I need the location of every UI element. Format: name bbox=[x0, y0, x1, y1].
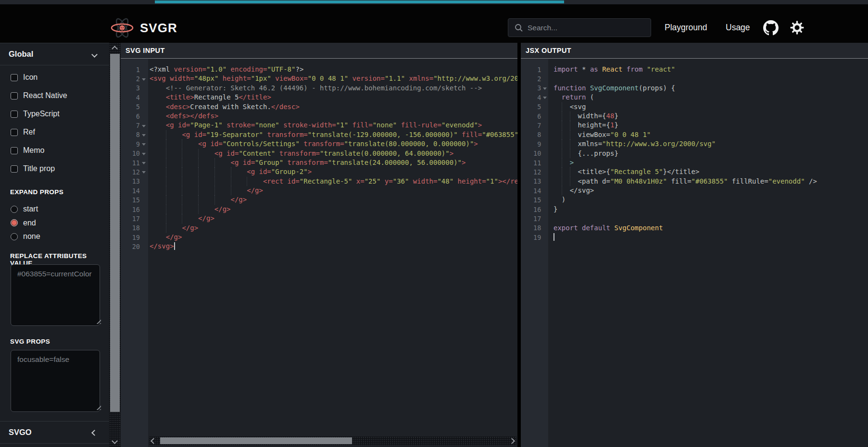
svg-input-code[interactable]: <?xml version="1.0" encoding="UTF-8"?><s… bbox=[148, 59, 517, 447]
code-line[interactable]: <rect id="Rectangle-5" x="25" y="36" wid… bbox=[150, 177, 517, 186]
scroll-down-icon[interactable] bbox=[112, 438, 118, 444]
indent-guide bbox=[166, 177, 182, 186]
code-line[interactable]: viewBox="0 0 48 1" bbox=[554, 130, 868, 139]
checkbox-react-native[interactable] bbox=[11, 92, 18, 99]
code-line[interactable]: <g id="Group" transform="translate(24.00… bbox=[150, 158, 517, 167]
svg-input-editor[interactable]: 1234567891011121314151617181920 <?xml ve… bbox=[121, 59, 517, 447]
scroll-right-icon[interactable] bbox=[509, 438, 515, 444]
indent bbox=[554, 102, 562, 112]
radio-row-none[interactable]: none bbox=[11, 232, 40, 241]
horizontal-scrollbar-thumb[interactable] bbox=[160, 437, 352, 444]
checkbox-row-memo[interactable]: Memo bbox=[11, 146, 44, 155]
code-line[interactable]: </g> bbox=[150, 233, 517, 242]
code-line[interactable]: <g id="Page-1" stroke="none" stroke-widt… bbox=[150, 121, 517, 130]
fold-arrow-icon[interactable] bbox=[543, 87, 547, 90]
checkbox-row-ref[interactable]: Ref bbox=[11, 128, 35, 137]
code-line[interactable]: <defs></defs> bbox=[150, 112, 517, 121]
code-token: id= bbox=[210, 140, 222, 148]
checkbox-memo[interactable] bbox=[11, 147, 18, 154]
code-line[interactable]: <!-- Generator: Sketch 46.2 (44496) - ht… bbox=[150, 84, 517, 93]
code-token: "http://www.w3.org/2000/svg" bbox=[602, 140, 716, 148]
checkbox-icon[interactable] bbox=[11, 74, 18, 81]
code-line[interactable]: return ( bbox=[554, 93, 868, 102]
checkbox-title-prop[interactable] bbox=[11, 165, 18, 173]
checkbox-typescript[interactable] bbox=[11, 111, 18, 118]
code-line[interactable]: </g> bbox=[150, 214, 517, 223]
code-line[interactable]: </svg> bbox=[150, 242, 517, 251]
fold-arrow-icon[interactable] bbox=[142, 171, 146, 174]
radio-start[interactable] bbox=[11, 206, 18, 213]
fold-arrow-icon[interactable] bbox=[142, 162, 146, 164]
code-line[interactable]: <path d="M0 0h48v1H0z" fill="#063855" fi… bbox=[554, 177, 868, 186]
scroll-up-icon[interactable] bbox=[112, 46, 118, 52]
radio-end[interactable] bbox=[11, 219, 18, 226]
checkbox-row-react-native[interactable]: React Native bbox=[11, 91, 67, 100]
fold-arrow-icon[interactable] bbox=[142, 153, 146, 155]
code-line[interactable]: width={48} bbox=[554, 112, 868, 121]
code-line[interactable]: </g> bbox=[150, 186, 517, 195]
fold-arrow-icon[interactable] bbox=[142, 78, 146, 81]
code-line[interactable]: ) bbox=[554, 195, 868, 204]
svg-props-textarea[interactable] bbox=[11, 350, 100, 412]
code-line[interactable]: <title>Rectangle 5</title> bbox=[150, 93, 517, 102]
checkbox-row-icon[interactable]: Icon bbox=[11, 73, 38, 82]
code-line[interactable]: } bbox=[554, 205, 868, 214]
code-line[interactable]: xmlns="http://www.w3.org/2000/svg" bbox=[554, 139, 868, 149]
line-number: 16 bbox=[521, 206, 541, 213]
code-line[interactable]: </g> bbox=[150, 224, 517, 233]
code-line[interactable]: <svg bbox=[554, 102, 868, 112]
radio-row-end[interactable]: end bbox=[11, 219, 36, 227]
code-line[interactable]: <?xml version="1.0" encoding="UTF-8"?> bbox=[150, 65, 517, 74]
code-line[interactable]: <title>{"Rectangle 5"}</title> bbox=[554, 167, 868, 176]
code-line[interactable]: <g id="19-Separator" transform="translat… bbox=[150, 130, 517, 139]
code-line[interactable]: <svg width="48px" height="1px" viewBox="… bbox=[150, 74, 517, 83]
code-line[interactable]: <g id="Content" transform="translate(0.0… bbox=[150, 149, 517, 158]
code-line[interactable]: <g id="Controls/Settings" transform="tra… bbox=[150, 139, 517, 149]
jsx-output-code[interactable]: import * as React from "react"function S… bbox=[548, 59, 868, 447]
search-input[interactable] bbox=[508, 19, 651, 37]
fold-arrow-icon[interactable] bbox=[142, 134, 146, 137]
code-token: "48px" bbox=[194, 74, 219, 82]
gutter-row: 4 bbox=[521, 93, 548, 102]
jsx-output-editor[interactable]: 12345678910111213141516171819 import * a… bbox=[521, 59, 868, 447]
expand-props-heading: EXPAND PROPS bbox=[10, 188, 63, 196]
code-line[interactable]: > bbox=[554, 158, 868, 167]
code-line[interactable] bbox=[554, 74, 868, 83]
nav-link-playground[interactable]: Playground bbox=[665, 23, 707, 33]
nav-link-usage[interactable]: Usage bbox=[726, 23, 750, 33]
vertical-scrollbar[interactable] bbox=[109, 43, 121, 447]
code-token bbox=[409, 177, 413, 185]
code-line[interactable]: </g> bbox=[150, 195, 517, 204]
code-token: "Rectangle 5" bbox=[610, 168, 663, 175]
radio-row-start[interactable]: start bbox=[11, 205, 38, 213]
fold-arrow-icon[interactable] bbox=[543, 97, 547, 99]
code-line[interactable]: function SvgComponent(props) { bbox=[554, 84, 868, 93]
checkbox-row-typescript[interactable]: TypeScript bbox=[11, 110, 60, 118]
horizontal-scrollbar[interactable] bbox=[149, 436, 516, 445]
fold-arrow-icon[interactable] bbox=[142, 125, 146, 127]
line-number: 3 bbox=[521, 84, 541, 92]
code-line[interactable]: export default SvgComponent bbox=[554, 224, 868, 233]
code-line[interactable]: </g> bbox=[150, 205, 517, 214]
svgo-section-header[interactable]: SVGO bbox=[0, 421, 109, 444]
checkbox-ref[interactable] bbox=[11, 129, 18, 136]
code-line[interactable]: {...props} bbox=[554, 149, 868, 158]
replace-attributes-textarea[interactable] bbox=[11, 264, 100, 326]
gear-icon[interactable] bbox=[790, 20, 805, 35]
code-line[interactable]: height={1} bbox=[554, 121, 868, 130]
code-token: from bbox=[627, 65, 643, 73]
scroll-left-icon[interactable] bbox=[151, 438, 157, 444]
code-line[interactable] bbox=[554, 214, 868, 223]
code-line[interactable] bbox=[554, 233, 868, 242]
vertical-scrollbar-thumb[interactable] bbox=[110, 54, 120, 412]
code-line[interactable]: </svg> bbox=[554, 186, 868, 195]
radio-none[interactable] bbox=[11, 233, 18, 240]
github-icon[interactable] bbox=[763, 20, 779, 36]
global-section-header[interactable]: Global bbox=[0, 43, 109, 65]
code-line[interactable]: import * as React from "react" bbox=[554, 65, 868, 74]
code-line[interactable]: <desc>Created with Sketch.</desc> bbox=[150, 102, 517, 112]
code-token: </title> bbox=[239, 93, 271, 101]
code-line[interactable]: <g id="Group-2"> bbox=[150, 167, 517, 176]
fold-arrow-icon[interactable] bbox=[142, 143, 146, 146]
checkbox-row-title-prop[interactable]: Title prop bbox=[11, 164, 55, 173]
